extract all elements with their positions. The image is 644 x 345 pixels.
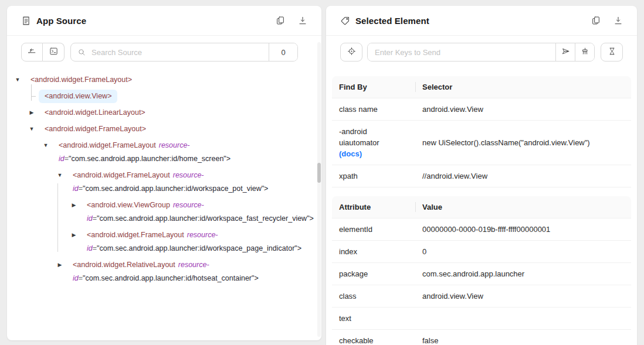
node-tag: <android.view.View> xyxy=(45,92,111,100)
tag-icon xyxy=(340,16,350,26)
tree-node[interactable]: ▼ <android.widget.FrameLayoutresource- i… xyxy=(53,169,317,196)
app-source-panel: App Source xyxy=(7,6,321,340)
tree-node[interactable]: ▼ <android.widget.FrameLayout> xyxy=(11,73,317,87)
clear-brush-icon xyxy=(581,47,589,58)
node-tag: <android.widget.RelativeLayout xyxy=(73,261,175,269)
wait-timer-button[interactable] xyxy=(601,43,623,62)
caret-down-icon[interactable]: ▼ xyxy=(25,122,39,136)
column-header: Value xyxy=(415,196,631,218)
node-tag: <android.widget.FrameLayout xyxy=(59,141,156,149)
locate-element-button[interactable] xyxy=(340,43,362,62)
tree-node[interactable]: ▼ <android.widget.FrameLayoutresource- i… xyxy=(39,139,317,166)
copy-icon[interactable] xyxy=(591,16,601,25)
send-keys-group xyxy=(367,43,595,62)
column-separator xyxy=(415,202,416,212)
send-keys-button[interactable] xyxy=(555,43,575,61)
source-search: 0 xyxy=(70,43,298,62)
element-toolbar xyxy=(326,36,637,67)
tree-node-selected[interactable]: <android.view.View> xyxy=(25,90,317,103)
console-icon xyxy=(49,47,58,58)
node-tag: <android.widget.FrameLayout> xyxy=(30,76,132,84)
find-by-table: Find By Selector class name android.view… xyxy=(332,76,631,187)
attributes-table: Attribute Value elementId 00000000-0000-… xyxy=(332,196,631,345)
caret-right-icon[interactable]: ▶ xyxy=(25,106,39,119)
table-row: package com.sec.android.app.launcher xyxy=(332,263,631,285)
caret-right-icon[interactable]: ▶ xyxy=(67,228,81,242)
page-title: Selected Element xyxy=(355,16,429,26)
appium-inspector-page: App Source xyxy=(0,0,644,345)
keys-input[interactable] xyxy=(368,43,555,61)
copy-icon[interactable] xyxy=(276,16,285,25)
tree-node[interactable]: ▶ <android.widget.FrameLayoutresource- i… xyxy=(67,228,317,255)
collapse-tree-button[interactable] xyxy=(21,43,43,62)
download-icon[interactable] xyxy=(298,16,307,25)
docs-link[interactable]: (docs) xyxy=(339,148,362,159)
app-source-header: App Source xyxy=(7,6,321,35)
node-attribute-value: "com.sec.android.app.launcher:id/hotseat… xyxy=(83,274,259,282)
node-tag: <android.widget.FrameLayout xyxy=(87,231,184,239)
node-tag: <android.widget.LinearLayout> xyxy=(45,108,145,117)
node-attribute-value: "com.sec.android.app.launcher:id/workspa… xyxy=(97,244,301,252)
table-row: class android.view.View xyxy=(332,285,631,308)
table-row: elementId 00000000-0000-019b-ffff-ffff00… xyxy=(332,218,631,241)
clear-keys-button[interactable] xyxy=(575,43,594,61)
table-row: text xyxy=(332,308,631,330)
table-row: checkable false xyxy=(332,330,631,345)
scrollbar-track[interactable] xyxy=(317,42,321,337)
source-tree: ▼ <android.widget.FrameLayout> <android.… xyxy=(7,67,321,285)
node-attribute-name: id xyxy=(73,185,79,193)
node-attribute-name: id xyxy=(87,244,93,252)
node-attribute-name: id xyxy=(59,155,65,163)
tree-node[interactable]: ▶ <android.widget.RelativeLayoutresource… xyxy=(53,258,317,285)
column-header: Attribute xyxy=(332,196,415,218)
send-icon xyxy=(561,47,570,58)
node-attribute-name: resource- xyxy=(173,171,204,179)
selected-element-panel: Selected Element xyxy=(326,6,637,345)
column-header: Find By xyxy=(332,76,415,98)
node-attribute-name: resource- xyxy=(159,141,190,149)
attributes-table-header: Attribute Value xyxy=(332,196,631,218)
caret-down-icon[interactable]: ▼ xyxy=(39,139,53,152)
node-tag: <android.widget.FrameLayout xyxy=(73,171,170,179)
page-title: App Source xyxy=(36,16,86,26)
search-icon xyxy=(71,43,86,61)
node-attribute-value: "com.sec.android.app.launcher:id/workspa… xyxy=(83,185,268,193)
search-match-count: 0 xyxy=(269,43,297,61)
table-row: xpath //android.view.View xyxy=(332,165,631,187)
node-attribute-value: "com.sec.android.app.launcher:id/home_sc… xyxy=(69,155,231,163)
node-attribute-name: id xyxy=(73,274,79,282)
node-tag: <android.view.ViewGroup xyxy=(87,201,170,209)
selected-element-header: Selected Element xyxy=(326,6,637,35)
node-attribute-name: resource- xyxy=(178,261,209,269)
hourglass-icon xyxy=(608,47,616,58)
source-toolbar: 0 xyxy=(7,36,321,67)
table-row: index 0 xyxy=(332,241,631,263)
search-input[interactable] xyxy=(86,43,269,61)
tree-node[interactable]: ▶ <android.widget.LinearLayout> xyxy=(25,106,317,119)
console-button[interactable] xyxy=(43,43,65,62)
node-attribute-value: "com.sec.android.app.launcher:id/workspa… xyxy=(97,214,314,223)
column-header: Selector xyxy=(415,76,631,98)
find-by-table-header: Find By Selector xyxy=(332,76,631,98)
node-attribute-name: id xyxy=(87,214,93,223)
caret-right-icon[interactable]: ▶ xyxy=(53,258,67,272)
file-text-icon xyxy=(21,16,31,26)
tree-node[interactable]: ▶ <android.view.ViewGroupresource- id="c… xyxy=(67,199,317,226)
caret-down-icon[interactable]: ▼ xyxy=(53,169,67,182)
node-tag: <android.widget.FrameLayout> xyxy=(45,125,146,133)
aim-icon xyxy=(347,47,356,58)
tree-children-group: ▶ <android.view.ViewGroupresource- id="c… xyxy=(11,199,317,255)
caret-down-icon[interactable]: ▼ xyxy=(11,73,25,87)
column-separator xyxy=(415,82,416,92)
scrollbar-thumb[interactable] xyxy=(317,163,321,183)
download-icon[interactable] xyxy=(614,16,623,25)
table-row: class name android.view.View xyxy=(332,98,631,121)
table-row: -android uiautomator (docs) new UiSelect… xyxy=(332,121,631,165)
caret-right-icon[interactable]: ▶ xyxy=(67,199,81,212)
tree-node[interactable]: ▼ <android.widget.FrameLayout> xyxy=(25,122,317,136)
node-attribute-name: resource- xyxy=(187,231,218,239)
node-attribute-name: resource- xyxy=(173,201,204,209)
collapse-tree-icon xyxy=(28,47,36,58)
